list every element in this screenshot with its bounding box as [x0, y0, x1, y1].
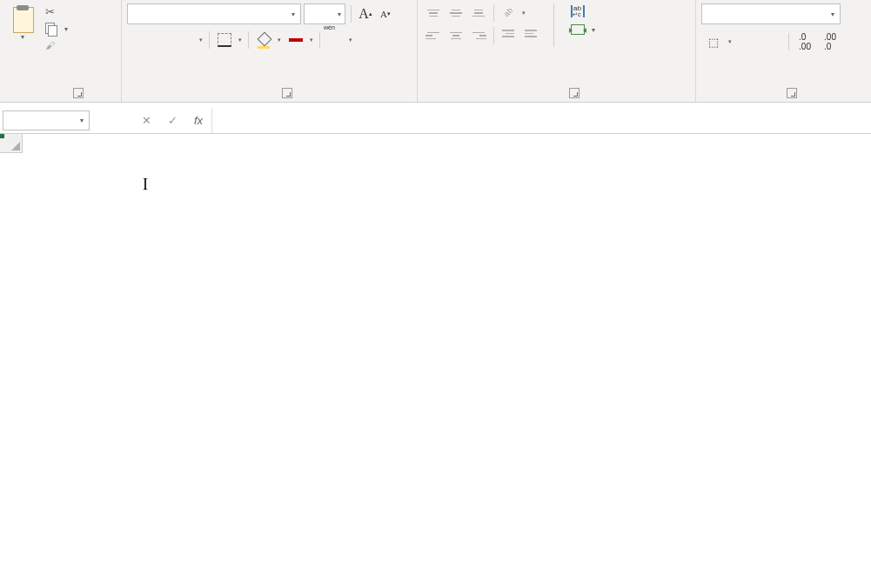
increase-font-button[interactable]: A▴: [357, 4, 374, 23]
currency-icon: ⬚: [708, 36, 719, 49]
merge-icon: [571, 24, 585, 35]
border-button[interactable]: [213, 30, 236, 50]
separator: [319, 31, 320, 49]
separator: [351, 5, 352, 23]
accounting-format-button[interactable]: ⬚: [701, 31, 726, 52]
ribbon-group-font: ▾ ▾ A▴ A▾ ▾ ▾ ▾: [122, 0, 418, 102]
text-cursor-icon: [143, 176, 157, 193]
formula-input[interactable]: [211, 108, 871, 133]
align-middle-button[interactable]: [446, 3, 466, 23]
paste-button[interactable]: ▾: [5, 3, 40, 54]
increase-decimal-button[interactable]: .0.00: [793, 31, 817, 52]
formula-bar: ▾ ✕ ✓ fx: [0, 108, 871, 134]
chevron-down-icon: ▾: [831, 10, 834, 18]
phonetic-guide-button[interactable]: [324, 30, 346, 50]
fill-color-button[interactable]: [252, 30, 275, 50]
format-painter-button[interactable]: [42, 38, 71, 54]
wrap-text-button[interactable]: [566, 3, 600, 19]
align-right-button[interactable]: [468, 26, 489, 45]
chevron-down-icon: ▾: [21, 33, 24, 41]
decrease-indent-button[interactable]: [499, 26, 519, 45]
fill-color-dropdown[interactable]: ▾: [275, 37, 284, 43]
font-color-bar: [289, 38, 303, 42]
number-format-select[interactable]: ▾: [701, 3, 841, 24]
check-icon: ✓: [168, 114, 178, 127]
separator: [209, 31, 210, 49]
insert-function-button[interactable]: fx: [185, 108, 211, 133]
align-bottom-button[interactable]: [468, 3, 489, 23]
ribbon-group-alignment: ▾: [418, 0, 696, 102]
border-dropdown[interactable]: ▾: [236, 37, 245, 43]
separator: [788, 33, 789, 50]
paste-icon: [9, 5, 37, 33]
orientation-button[interactable]: [499, 3, 519, 23]
bold-button[interactable]: [127, 30, 150, 50]
phonetic-guide-dropdown[interactable]: ▾: [346, 37, 355, 43]
increase-indent-icon: [525, 30, 539, 42]
underline-button[interactable]: [174, 30, 197, 50]
spreadsheet-grid: [0, 134, 871, 588]
align-top-button[interactable]: [423, 3, 444, 23]
ribbon-group-clipboard: ▾ ▾: [0, 0, 122, 102]
fill-icon: [258, 34, 270, 46]
fx-icon: fx: [194, 114, 203, 127]
border-icon: [218, 33, 231, 47]
x-icon: ✕: [142, 114, 151, 127]
decrease-decimal-button[interactable]: .00.0: [818, 31, 842, 52]
accept-formula-button[interactable]: ✓: [159, 108, 185, 133]
brush-icon: [45, 40, 57, 52]
align-left-button[interactable]: [423, 26, 444, 45]
increase-indent-button[interactable]: [521, 26, 542, 45]
percent-button[interactable]: [735, 31, 760, 52]
accounting-format-dropdown[interactable]: ▾: [726, 38, 734, 45]
select-all-corner[interactable]: [0, 134, 23, 153]
align-center-button[interactable]: [446, 26, 466, 45]
font-size-select[interactable]: ▾: [304, 3, 345, 24]
dialog-launcher-font[interactable]: [282, 88, 292, 98]
italic-button[interactable]: [151, 30, 173, 50]
orientation-icon: [502, 6, 516, 20]
copy-button[interactable]: ▾: [42, 21, 71, 37]
name-box[interactable]: ▾: [3, 110, 90, 130]
scissors-icon: [45, 5, 57, 17]
separator: [553, 3, 554, 47]
font-name-select[interactable]: ▾: [127, 3, 301, 24]
dialog-launcher-number[interactable]: [787, 88, 797, 98]
separator: [493, 27, 494, 44]
chevron-down-icon: ▾: [80, 117, 84, 124]
dialog-launcher-clipboard[interactable]: [73, 88, 84, 98]
chevron-down-icon: ▾: [291, 10, 295, 18]
decrease-indent-icon: [502, 30, 516, 42]
separator: [493, 4, 494, 22]
chevron-down-icon: ▾: [592, 26, 595, 34]
font-color-button[interactable]: [285, 30, 307, 50]
font-color-dropdown[interactable]: ▾: [307, 37, 316, 43]
wrap-text-icon: [571, 5, 585, 17]
ribbon: ▾ ▾: [0, 0, 871, 103]
decrease-font-button[interactable]: A▾: [377, 4, 394, 23]
comma-button[interactable]: [760, 31, 785, 52]
cut-button[interactable]: [42, 3, 71, 19]
underline-dropdown[interactable]: ▾: [197, 37, 205, 43]
separator: [248, 31, 249, 49]
merge-center-button[interactable]: ▾: [566, 23, 600, 37]
chevron-down-icon: ▾: [338, 10, 341, 18]
copy-icon: [45, 23, 57, 35]
ribbon-group-number: ▾ ⬚ ▾ .0.00 .00.0: [696, 0, 853, 102]
chevron-down-icon: ▾: [64, 25, 68, 33]
dialog-launcher-alignment[interactable]: [569, 88, 580, 98]
orientation-dropdown[interactable]: ▾: [519, 10, 528, 17]
cancel-formula-button[interactable]: ✕: [133, 108, 159, 133]
